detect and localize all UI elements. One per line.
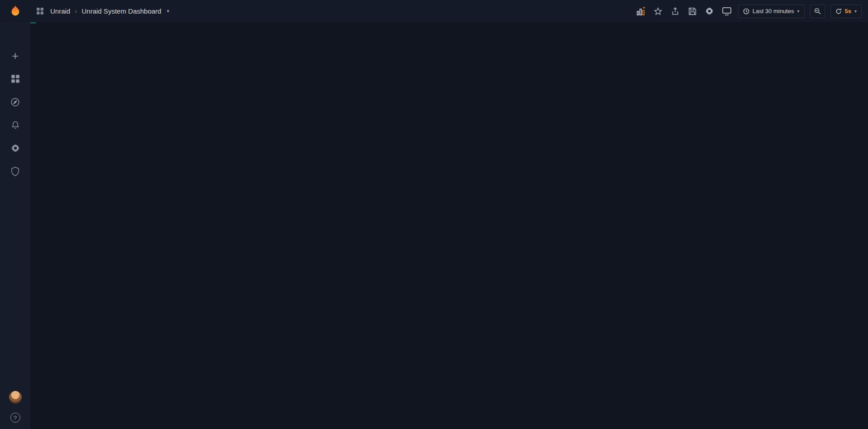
grafana-logo[interactable] [0, 0, 30, 22]
sidebar-dashboards-icon[interactable] [10, 73, 21, 84]
sidebar-explore-compass-icon[interactable] [10, 96, 21, 107]
refresh-caret-icon: ▾ [854, 9, 857, 14]
navbar-actions: Last 30 minutes ▾ 5s ▾ [635, 5, 868, 18]
time-range-caret-icon: ▾ [797, 9, 799, 14]
sidebar-server-admin-shield-icon[interactable] [10, 166, 21, 177]
dashboard-title-caret-icon[interactable]: ▾ [167, 8, 169, 14]
grafana-flame-icon [9, 5, 22, 18]
user-avatar[interactable] [9, 391, 22, 404]
time-range-picker[interactable]: Last 30 minutes ▾ [738, 5, 805, 18]
dashboard-title[interactable]: Unraid System Dashboard [82, 7, 162, 15]
save-button[interactable] [687, 5, 698, 17]
dashboard-settings-gear-icon[interactable] [704, 5, 715, 17]
breadcrumb-separator-icon: › [75, 7, 77, 15]
sidebar-configuration-gear-icon[interactable] [10, 143, 21, 154]
sidebar-create-plus-icon[interactable]: + [10, 50, 21, 61]
refresh-interval-label: 5s [845, 8, 851, 14]
time-range-label: Last 30 minutes [753, 8, 794, 14]
share-button[interactable] [669, 5, 681, 17]
zoom-out-icon [814, 8, 821, 14]
refresh-button[interactable]: 5s ▾ [830, 5, 862, 18]
zoom-out-button[interactable] [810, 5, 825, 18]
clock-icon [743, 8, 749, 14]
sidebar-bottom: ? [9, 391, 22, 423]
star-button[interactable] [652, 5, 664, 17]
sidebar: + ? [0, 22, 30, 429]
add-panel-button[interactable] [635, 5, 647, 17]
help-icon[interactable]: ? [10, 413, 20, 423]
dashboard-canvas: kWh Price0.65▾Currencykr▾UPS Max Output … [30, 22, 36, 24]
apps-grid-icon[interactable] [34, 5, 46, 17]
breadcrumb-app[interactable]: Unraid [50, 7, 70, 15]
breadcrumb: Unraid › Unraid System Dashboard ▾ [30, 5, 169, 17]
tv-cycle-view-button[interactable] [721, 5, 733, 17]
sidebar-alerting-bell-icon[interactable] [10, 120, 21, 130]
refresh-icon [835, 8, 842, 14]
navbar: Unraid › Unraid System Dashboard ▾ Last … [0, 0, 868, 22]
